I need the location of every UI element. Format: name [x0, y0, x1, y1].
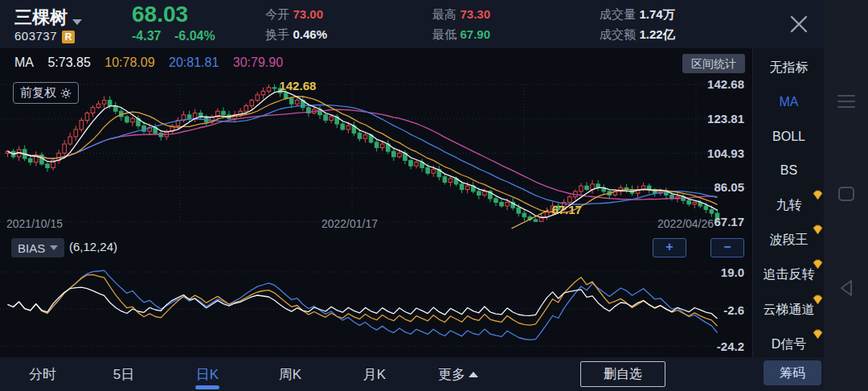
gear-icon: [60, 88, 72, 99]
stat-high: 最高 73.30: [432, 7, 490, 22]
stat-turnover-label: 换手: [265, 27, 289, 41]
stat-turnover-value: 0.46%: [293, 27, 327, 41]
sidebar-item-boll[interactable]: BOLL: [753, 128, 825, 146]
stat-volume-label: 成交量: [600, 7, 636, 21]
ma20-value: 20:81.81: [169, 56, 219, 69]
tab-more[interactable]: 更多: [438, 365, 478, 384]
chart-panel: MA 5:73.85 10:78.09 20:81.81 30:79.90 区间…: [0, 48, 752, 357]
ma10-value: 10:78.09: [104, 56, 154, 69]
range-stats-button[interactable]: 区间统计: [682, 54, 745, 73]
tab-monthly-k[interactable]: 月K: [363, 365, 386, 384]
premium-gem-icon: [812, 190, 824, 200]
tab-more-label: 更多: [438, 367, 465, 382]
menu-icon[interactable]: [837, 93, 856, 109]
stat-low: 最低 67.90: [432, 27, 490, 42]
sidebar-item-none[interactable]: 无指标: [753, 59, 825, 76]
stat-open: 今开 73.00: [265, 7, 323, 22]
svg-text:142.68: 142.68: [279, 79, 316, 93]
stock-code: 603737: [14, 29, 57, 43]
candlestick-chart[interactable]: 142.6867.17: [0, 76, 752, 235]
bias-y-tick-1: -2.6: [691, 303, 744, 317]
price-change: -4.37: [132, 29, 161, 43]
chips-distribution-button[interactable]: 筹码: [764, 360, 821, 385]
delete-watchlist-button[interactable]: 删自选: [580, 361, 665, 387]
sidebar-item-dxinhao[interactable]: D信号: [753, 335, 825, 353]
last-price: 68.03: [132, 2, 188, 27]
zoom-in-button[interactable]: +: [653, 238, 686, 257]
stock-dropdown-icon[interactable]: [72, 19, 82, 25]
premium-gem-icon: [812, 224, 824, 235]
stat-low-label: 最低: [432, 27, 457, 41]
sidebar-item-label: D信号: [772, 337, 807, 351]
adjust-mode-chip[interactable]: 前复权: [13, 82, 79, 104]
indicator-name: BIAS: [18, 241, 45, 255]
sidebar-item-boduanwang[interactable]: 波段王: [753, 231, 825, 249]
home-square-icon[interactable]: [837, 186, 855, 202]
stat-low-value: 67.90: [460, 27, 490, 41]
sidebar-item-label: 九转: [776, 198, 802, 212]
sidebar-item-ma[interactable]: MA: [753, 93, 825, 111]
adjust-mode-label: 前复权: [20, 85, 56, 101]
zoom-out-button[interactable]: −: [710, 238, 744, 257]
sidebar-item-jiuzhuan[interactable]: 九转: [753, 196, 825, 214]
stat-volume-value: 1.74万: [639, 7, 674, 21]
tab-fenshi[interactable]: 分时: [29, 365, 56, 384]
stock-detail-screen: 三棵树 603737 R 68.03 -4.37 -6.04% 今开 73.00…: [0, 0, 868, 391]
sidebar-item-label: 追击反转: [764, 267, 815, 281]
active-tab-underline: [195, 385, 219, 389]
sidebar-item-zhuijifanzhuan[interactable]: 追击反转: [753, 265, 825, 283]
svg-text:67.17: 67.17: [551, 203, 582, 216]
sidebar-item-bs[interactable]: BS: [753, 162, 825, 179]
back-triangle-icon[interactable]: [838, 278, 854, 298]
stat-high-value: 73.30: [460, 7, 490, 21]
bias-y-tick-0: 19.0: [691, 265, 744, 279]
date-tick-start: 2021/10/15: [6, 217, 63, 230]
stat-amount: 成交额 1.22亿: [600, 27, 675, 42]
price-change-pct: -6.04%: [174, 29, 215, 43]
indicator-params: (6,12,24): [69, 240, 117, 253]
tab-daily-k[interactable]: 日K: [196, 365, 219, 384]
main-y-tick-0: 142.68: [691, 77, 744, 91]
stat-high-label: 最高: [432, 7, 457, 21]
stat-open-value: 73.00: [293, 7, 323, 21]
premium-gem-icon: [812, 329, 824, 340]
bias-y-tick-2: -24.2: [691, 340, 744, 353]
bias-indicator-chart[interactable]: [0, 259, 752, 357]
sidebar-item-yuntitongdao[interactable]: 云梯通道: [753, 301, 825, 319]
ma-values-bar: MA 5:73.85 10:78.09 20:81.81 30:79.90: [14, 56, 293, 70]
date-tick-mid: 2022/01/17: [321, 217, 378, 230]
tab-weekly-k[interactable]: 周K: [279, 365, 301, 384]
android-nav-bar: [824, 0, 868, 391]
stock-name[interactable]: 三棵树: [14, 6, 68, 30]
stat-amount-label: 成交额: [600, 27, 636, 41]
stat-turnover: 换手 0.46%: [265, 27, 327, 42]
sidebar-item-label: 波段王: [770, 233, 809, 246]
stat-volume: 成交量 1.74万: [600, 7, 675, 22]
period-tab-bar: 分时 5日 日K 周K 月K 更多 删自选 筹码: [0, 357, 824, 391]
premium-gem-icon: [812, 294, 824, 305]
chevron-down-icon: [50, 245, 58, 250]
indicator-selector[interactable]: BIAS: [11, 238, 64, 257]
ma30-value: 30:79.90: [233, 56, 283, 69]
tab-5day[interactable]: 5日: [113, 365, 134, 384]
main-y-tick-1: 123.81: [691, 112, 744, 126]
main-y-tick-2: 104.93: [691, 146, 744, 160]
header: 三棵树 603737 R 68.03 -4.37 -6.04% 今开 73.00…: [0, 0, 824, 48]
premium-gem-icon: [812, 259, 824, 270]
stat-amount-value: 1.22亿: [639, 27, 674, 41]
sidebar-item-label: 云梯通道: [764, 303, 815, 316]
indicator-sidebar: 无指标 MA BOLL BS 九转 波段王 追击反转 云梯通道 D信号: [752, 48, 825, 357]
ma5-value: 5:73.85: [47, 56, 90, 69]
margin-trading-badge: R: [62, 31, 75, 43]
main-y-tick-3: 86.05: [691, 180, 744, 194]
close-icon[interactable]: [788, 13, 810, 35]
stat-open-label: 今开: [265, 7, 289, 21]
ma-prefix: MA: [14, 56, 34, 69]
date-tick-end: 2022/04/26: [657, 217, 714, 230]
triangle-up-icon: [469, 372, 478, 377]
